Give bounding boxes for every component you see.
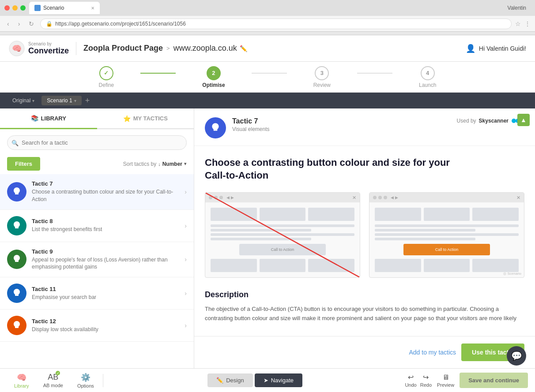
minimize-dot[interactable]	[12, 5, 18, 11]
header-right: 👤 Hi Valentin Guidi!	[466, 44, 526, 53]
step-launch[interactable]: 4 Launch	[419, 66, 436, 88]
after-cell-3	[472, 208, 519, 221]
before-after-images: ◀ ▶ ✕	[205, 192, 524, 278]
before-dot1	[209, 196, 212, 199]
tactic-header-category: Visual elements	[232, 126, 457, 132]
tab-scenario1[interactable]: Scenario 1 ▾	[41, 96, 81, 105]
url-text: https://app.getscenario.com/project/1651…	[55, 21, 186, 27]
before-cell-2	[260, 208, 306, 221]
step-define[interactable]: ✓ Define	[99, 66, 114, 88]
tab-close-icon[interactable]: ✕	[91, 6, 94, 11]
tab-library-label: LIBRARY	[41, 115, 66, 122]
filters-button[interactable]: Filters	[7, 157, 40, 171]
menu-button[interactable]: ⋮	[524, 20, 531, 27]
used-by: Used by Skyscanner	[457, 117, 524, 124]
tactic-9-chevron: ›	[185, 256, 187, 263]
tactic-9-desc: Appeal to people's fear of loss (Loss Av…	[32, 256, 179, 271]
forward-button[interactable]: ›	[15, 19, 23, 28]
preview-button[interactable]: 🖥 Preview	[437, 373, 454, 388]
tab-library[interactable]: 📚 LIBRARY	[0, 108, 97, 129]
search-input[interactable]	[7, 135, 187, 150]
save-continue-button[interactable]: Save and continue	[460, 373, 528, 388]
tactic-8-name: Tactic 8	[32, 218, 179, 224]
brand-name: Convertize	[28, 46, 69, 56]
tactic-7-chevron: ›	[185, 188, 187, 195]
bottom-actions: Add to my tactics Use this tactic	[194, 336, 535, 368]
tactic-item-12[interactable]: Tactic 12 Display low stock availability…	[0, 310, 194, 342]
scroll-up-button[interactable]: ▲	[517, 114, 530, 126]
close-dot[interactable]	[4, 5, 10, 11]
toolbar-right: ↩ Undo ↪ Redo 🖥 Preview Save and continu…	[405, 373, 528, 388]
after-line-4	[375, 238, 475, 240]
before-dot2	[214, 196, 218, 199]
scenario-by: Scenario by	[28, 41, 69, 46]
add-scenario-button[interactable]: +	[85, 96, 90, 105]
toolbar-options[interactable]: ⚙️ Options	[70, 373, 101, 388]
tab-scenario1-chevron: ▾	[74, 98, 76, 103]
sort-value[interactable]: Number	[162, 161, 182, 167]
logo-icon: 🧠	[9, 41, 25, 56]
before-line-2	[211, 229, 311, 231]
tactic-9-avatar	[7, 250, 26, 269]
add-to-tactics-button[interactable]: Add to my tactics	[409, 349, 456, 356]
after-cell-4	[375, 259, 421, 272]
tab-title: Scenario	[43, 5, 64, 11]
navigate-button[interactable]: ➤ Navigate	[255, 373, 302, 387]
browser-title-bar: Scenario ✕ Valentin	[0, 0, 535, 16]
before-lines	[211, 224, 354, 240]
app-header: 🧠 Scenario by Convertize Zoopla Product …	[0, 35, 535, 62]
step-line-1	[140, 73, 176, 74]
tab-original[interactable]: Original ▾	[7, 96, 40, 105]
edit-icon[interactable]: ✏️	[240, 45, 247, 52]
after-cell-1	[375, 208, 421, 221]
brain-icon-7	[11, 187, 22, 197]
logo-area: 🧠 Scenario by Convertize	[9, 41, 69, 56]
tactic-item-8[interactable]: Tactic 8 List the strongest benefits fir…	[0, 210, 194, 242]
browser-address-bar: ‹ › ↻ 🔒 https://app.getscenario.com/proj…	[0, 16, 535, 32]
toolbar-ab-mode[interactable]: AB ✓ AB mode	[36, 373, 70, 388]
tactic-8-info: Tactic 8 List the strongest benefits fir…	[32, 218, 179, 233]
tab-my-tactics[interactable]: ⭐ MY TACTICS	[97, 108, 194, 128]
lock-icon: 🔒	[46, 21, 53, 27]
tactic-8-chevron: ›	[185, 222, 187, 229]
step-optimise[interactable]: 2 Optimise	[202, 66, 225, 88]
address-bar[interactable]: 🔒 https://app.getscenario.com/project/16…	[40, 19, 512, 29]
tactic-item-11[interactable]: Tactic 11 Emphasise your search bar ›	[0, 277, 194, 310]
redo-label: Redo	[420, 382, 432, 388]
maximize-dot[interactable]	[20, 5, 26, 11]
used-by-text: Used by	[457, 118, 476, 124]
before-grid-bottom	[211, 259, 354, 272]
library-icon: 📚	[31, 115, 38, 122]
browser-dots	[4, 5, 26, 11]
after-cell-2	[424, 208, 470, 221]
toolbar-divider	[103, 374, 103, 387]
toolbar-library[interactable]: 🧠 Library	[7, 373, 36, 388]
bookmark-button[interactable]: ☆	[515, 20, 521, 27]
logo-text-area: Scenario by Convertize	[28, 41, 69, 56]
tactic-12-info: Tactic 12 Display low stock availability	[32, 318, 179, 333]
tactic-7-name: Tactic 7	[32, 180, 179, 187]
tactic-item-7[interactable]: Tactic 7 Choose a contrasting button col…	[0, 174, 194, 210]
tab-my-tactics-label: MY TACTICS	[133, 115, 168, 122]
back-button[interactable]: ‹	[4, 19, 12, 28]
ab-mode-icon-wrapper: AB ✓	[48, 373, 58, 382]
tactic-item-9[interactable]: Tactic 9 Appeal to people's fear of loss…	[0, 242, 194, 278]
sort-label: Sort tactics by	[123, 161, 156, 167]
right-panel-header: Tactic 7 Visual elements Used by Skyscan…	[194, 108, 535, 146]
design-button[interactable]: ✏️ Design	[207, 373, 252, 387]
browser-tab[interactable]: Scenario ✕	[29, 2, 100, 14]
step-review[interactable]: 3 Review	[313, 66, 331, 88]
undo-button[interactable]: ↩ Undo	[405, 373, 416, 388]
preview-label: Preview	[437, 382, 454, 388]
tactic-11-chevron: ›	[185, 290, 187, 297]
tab-original-label: Original	[12, 97, 30, 104]
chat-bubble[interactable]: 💬	[507, 346, 526, 366]
reload-button[interactable]: ↻	[26, 19, 37, 28]
step-optimise-circle: 2	[207, 66, 221, 80]
search-icon: 🔍	[11, 139, 19, 146]
step-review-circle: 3	[315, 66, 329, 80]
redo-icon: ↪	[423, 373, 429, 381]
bottom-toolbar: 🧠 Library AB ✓ AB mode ⚙️ Options ✏️ Des…	[0, 368, 535, 392]
before-cta: Call to Action	[239, 244, 326, 255]
redo-button[interactable]: ↪ Redo	[420, 373, 432, 388]
